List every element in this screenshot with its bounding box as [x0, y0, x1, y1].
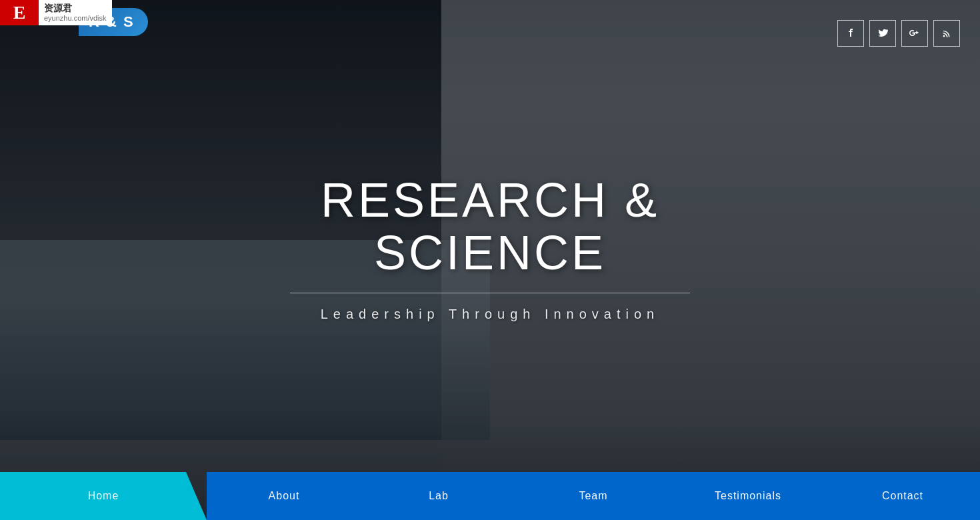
- watermark-info: 资源君 eyunzhu.com/vdisk: [39, 0, 112, 25]
- nav-item-testimonials[interactable]: Testimonials: [671, 472, 825, 520]
- nav-item-team[interactable]: Team: [516, 472, 671, 520]
- nav-item-lab[interactable]: Lab: [361, 472, 516, 520]
- main-navbar: Home About Lab Team Testimonials Contact: [0, 472, 980, 520]
- nav-item-about[interactable]: About: [207, 472, 361, 520]
- twitter-button[interactable]: [869, 20, 896, 47]
- social-icons-group: [837, 20, 960, 47]
- watermark-badge: E 资源君 eyunzhu.com/vdisk: [0, 0, 112, 25]
- watermark-title: 资源君: [44, 3, 72, 14]
- hero-title: RESEARCH & SCIENCE: [290, 174, 690, 279]
- rss-button[interactable]: [933, 20, 960, 47]
- facebook-button[interactable]: [837, 20, 864, 47]
- watermark-red-section: E: [0, 0, 39, 25]
- watermark-letter: E: [13, 3, 26, 22]
- hero-content: RESEARCH & SCIENCE Leadership Through In…: [290, 174, 690, 322]
- nav-item-home[interactable]: Home: [0, 472, 207, 520]
- hero-divider: [290, 293, 690, 293]
- nav-item-contact[interactable]: Contact: [825, 472, 980, 520]
- watermark-url: eyunzhu.com/vdisk: [44, 14, 107, 23]
- googleplus-button[interactable]: [901, 20, 928, 47]
- hero-subtitle: Leadership Through Innovation: [290, 307, 690, 322]
- svg-point-0: [943, 35, 945, 37]
